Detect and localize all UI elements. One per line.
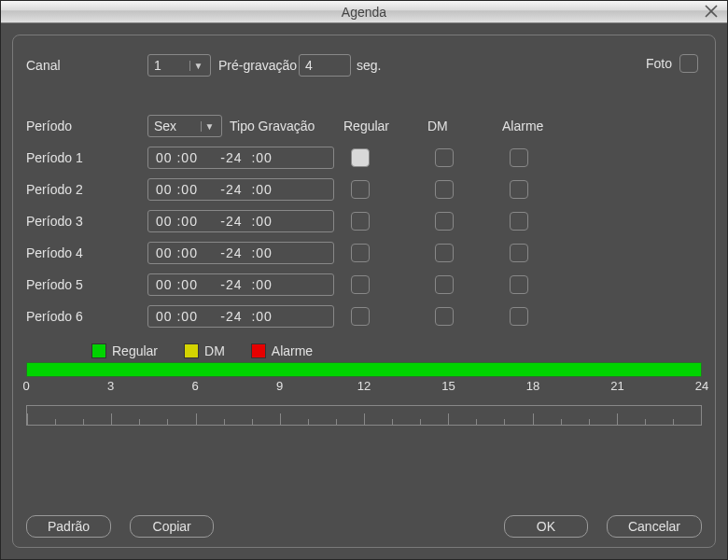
chevron-down-icon: ▼ bbox=[201, 121, 217, 132]
period-row: Período 100 :00 -24 :00 bbox=[26, 144, 702, 172]
titlebar: Agenda bbox=[1, 1, 727, 23]
period-dm-checkbox[interactable] bbox=[435, 307, 454, 326]
timeline-tick: 6 bbox=[191, 379, 198, 393]
dm-header: DM bbox=[427, 119, 502, 133]
tipo-label: Tipo Gravação bbox=[230, 119, 315, 133]
timeline-tick: 21 bbox=[610, 379, 623, 393]
foto-checkbox[interactable] bbox=[679, 54, 698, 73]
frame: Canal 1 ▼ Pré-gravação 4 seg. Foto bbox=[12, 35, 716, 548]
period-regular-checkbox[interactable] bbox=[351, 307, 370, 326]
timeline-tick: 18 bbox=[526, 379, 539, 393]
period-time-input[interactable]: 00 :00 -24 :00 bbox=[147, 273, 334, 296]
period-alarme-checkbox[interactable] bbox=[510, 275, 528, 294]
legend-swatch-regular bbox=[91, 343, 106, 358]
period-dm-checkbox[interactable] bbox=[435, 180, 454, 199]
timeline-tick: 3 bbox=[107, 379, 114, 393]
period-label: Período 5 bbox=[26, 277, 147, 292]
period-alarme-checkbox[interactable] bbox=[510, 212, 528, 231]
alarme-header: Alarme bbox=[502, 119, 577, 133]
legend-swatch-alarme bbox=[251, 343, 266, 358]
period-time-input[interactable]: 00 :00 -24 :00 bbox=[147, 178, 334, 201]
channel-select[interactable]: 1 ▼ bbox=[147, 54, 211, 77]
regular-header: Regular bbox=[343, 119, 427, 133]
day-value: Sex bbox=[154, 119, 197, 133]
period-regular-checkbox[interactable] bbox=[351, 212, 370, 231]
prerec-unit: seg. bbox=[357, 58, 381, 73]
timeline-tick: 24 bbox=[695, 379, 708, 393]
foto-label: Foto bbox=[646, 56, 672, 71]
period-regular-checkbox[interactable] bbox=[351, 148, 370, 167]
copy-button[interactable]: Copiar bbox=[130, 515, 214, 538]
timeline-tick: 0 bbox=[22, 379, 29, 393]
legend-dm: DM bbox=[204, 343, 225, 358]
period-time-input[interactable]: 00 :00 -24 :00 bbox=[147, 305, 334, 328]
period-row: Período 600 :00 -24 :00 bbox=[26, 302, 702, 330]
period-alarme-checkbox[interactable] bbox=[510, 307, 528, 326]
close-icon[interactable] bbox=[703, 3, 720, 20]
window-title: Agenda bbox=[342, 5, 386, 20]
period-dm-checkbox[interactable] bbox=[435, 148, 454, 167]
period-dm-checkbox[interactable] bbox=[435, 275, 454, 294]
legend-alarme: Alarme bbox=[272, 343, 313, 358]
channel-label: Canal bbox=[26, 58, 147, 73]
legend: Regular DM Alarme bbox=[26, 343, 702, 358]
chevron-down-icon: ▼ bbox=[189, 61, 206, 71]
period-time-input[interactable]: 00 :00 -24 :00 bbox=[147, 210, 334, 232]
timeline: 03691215182124 bbox=[26, 362, 702, 426]
default-button[interactable]: Padrão bbox=[26, 515, 111, 538]
button-bar: Padrão Copiar OK Cancelar bbox=[26, 515, 702, 538]
cancel-button[interactable]: Cancelar bbox=[607, 515, 702, 538]
timeline-tick: 9 bbox=[276, 379, 283, 393]
periodo-header: Período bbox=[26, 119, 147, 133]
legend-swatch-dm bbox=[184, 343, 199, 358]
period-label: Período 1 bbox=[26, 150, 147, 165]
timeline-bar bbox=[26, 362, 702, 377]
day-select[interactable]: Sex ▼ bbox=[147, 115, 222, 137]
period-dm-checkbox[interactable] bbox=[435, 244, 454, 262]
prerec-input[interactable]: 4 bbox=[299, 54, 351, 77]
period-label: Período 6 bbox=[26, 309, 147, 324]
content: Canal 1 ▼ Pré-gravação 4 seg. Foto bbox=[1, 23, 727, 559]
timeline-tick: 12 bbox=[357, 379, 371, 393]
period-label: Período 2 bbox=[26, 182, 147, 197]
period-alarme-checkbox[interactable] bbox=[510, 180, 528, 199]
period-regular-checkbox[interactable] bbox=[351, 275, 370, 294]
prerec-label: Pré-gravação bbox=[218, 58, 297, 73]
period-row: Período 200 :00 -24 :00 bbox=[26, 175, 702, 203]
timeline-track bbox=[26, 405, 702, 426]
period-regular-checkbox[interactable] bbox=[351, 244, 370, 262]
period-label: Período 3 bbox=[26, 214, 147, 229]
period-row: Período 500 :00 -24 :00 bbox=[26, 271, 702, 299]
period-alarme-checkbox[interactable] bbox=[510, 148, 528, 167]
period-label: Período 4 bbox=[26, 245, 147, 260]
period-alarme-checkbox[interactable] bbox=[510, 244, 528, 262]
ok-button[interactable]: OK bbox=[504, 515, 588, 538]
period-time-input[interactable]: 00 :00 -24 :00 bbox=[147, 242, 334, 264]
period-time-input[interactable]: 00 :00 -24 :00 bbox=[147, 147, 334, 169]
agenda-window: Agenda Canal 1 ▼ Pré-gravação 4 seg. bbox=[0, 0, 728, 560]
period-row: Período 300 :00 -24 :00 bbox=[26, 207, 702, 235]
timeline-tick: 15 bbox=[441, 379, 455, 393]
timeline-axis: 03691215182124 bbox=[26, 379, 702, 403]
prerec-value: 4 bbox=[305, 58, 313, 73]
period-dm-checkbox[interactable] bbox=[435, 212, 454, 231]
foto-group: Foto bbox=[646, 54, 698, 73]
legend-regular: Regular bbox=[112, 343, 158, 358]
period-regular-checkbox[interactable] bbox=[351, 180, 370, 199]
period-row: Período 400 :00 -24 :00 bbox=[26, 239, 702, 267]
channel-value: 1 bbox=[154, 58, 186, 73]
